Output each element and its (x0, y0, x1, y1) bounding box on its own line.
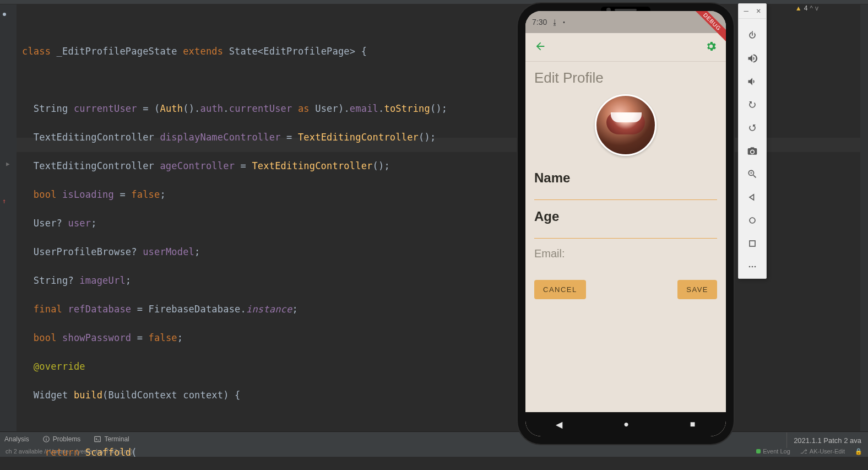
emu-recent-button[interactable] (746, 237, 759, 250)
rotate-left-button[interactable] (746, 98, 759, 111)
power-button[interactable] (746, 29, 759, 42)
lock-icon[interactable]: 🔒 (855, 448, 862, 455)
svg-point-5 (755, 266, 756, 268)
close-button[interactable]: ✕ (756, 6, 761, 15)
page-title: Edit Profile (534, 69, 717, 87)
settings-button[interactable] (705, 40, 717, 54)
code-editor[interactable]: class _EditProfilePageState extends Stat… (17, 4, 860, 431)
volume-up-button[interactable] (746, 52, 759, 65)
svg-rect-2 (750, 241, 755, 246)
more-button[interactable] (746, 260, 759, 273)
svg-point-4 (752, 266, 753, 268)
arrow-back-icon (534, 40, 546, 52)
avatar-container (534, 94, 717, 156)
android-nav-bar: ◀ ● ■ (525, 412, 726, 436)
status-dot-icon: • (563, 19, 565, 25)
name-field[interactable] (534, 186, 717, 200)
bookmark-icon[interactable]: ↑ (2, 197, 6, 205)
name-label: Name (534, 170, 717, 186)
email-label: Email: (534, 247, 717, 260)
camera-button[interactable] (746, 144, 759, 158)
right-gutter (860, 4, 868, 431)
zoom-button[interactable] (746, 168, 759, 181)
rotate-right-button[interactable] (746, 121, 759, 134)
fold-arrow-icon[interactable]: ▶ (6, 160, 10, 168)
age-label: Age (534, 209, 717, 224)
nav-home-icon[interactable]: ● (623, 419, 629, 429)
emulator: 7:30 ⭳ • DEBUG Edit Profile Name (518, 3, 734, 444)
status-download-icon: ⭳ (551, 18, 558, 26)
minimize-button[interactable]: — (744, 6, 748, 15)
update-notification[interactable]: 2021.1.1 Patch 2 ava (786, 433, 868, 448)
avatar[interactable] (595, 94, 657, 156)
phone-screen[interactable]: 7:30 ⭳ • DEBUG Edit Profile Name (525, 11, 726, 436)
svg-point-0 (3, 13, 6, 16)
age-field[interactable] (534, 224, 717, 239)
back-button[interactable] (534, 40, 546, 54)
emulator-toolbar: — ✕ (738, 3, 767, 279)
svg-point-3 (749, 266, 751, 268)
emu-back-button[interactable] (746, 191, 759, 204)
save-button[interactable]: SAVE (677, 280, 717, 299)
editor-gutter: ▶ ↑ (0, 4, 17, 431)
emu-home-button[interactable] (746, 214, 759, 227)
nav-back-icon[interactable]: ◀ (556, 419, 562, 430)
phone-frame: 7:30 ⭳ • DEBUG Edit Profile Name (518, 3, 734, 444)
phone-status-bar: 7:30 ⭳ • (525, 11, 726, 33)
gear-icon (705, 40, 717, 52)
svg-point-1 (750, 218, 755, 223)
phone-time: 7:30 (532, 18, 547, 26)
nav-recent-icon[interactable]: ■ (690, 419, 696, 429)
volume-down-button[interactable] (746, 75, 759, 88)
cancel-button[interactable]: CANCEL (534, 280, 586, 299)
app-bar (525, 33, 726, 62)
app-body: Edit Profile Name Age Email: CANCEL SAVE (525, 62, 726, 299)
